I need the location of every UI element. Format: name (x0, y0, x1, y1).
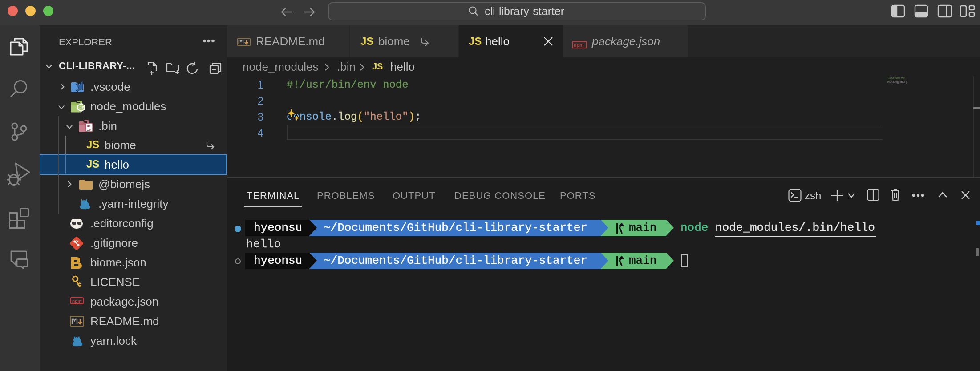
svg-text:npm: npm (72, 299, 81, 304)
svg-text:01: 01 (87, 125, 91, 128)
svg-text:10: 10 (87, 128, 91, 132)
svg-text:#!/usr/bin/env node: #!/usr/bin/env node (887, 77, 905, 80)
svg-text:npm: npm (574, 42, 584, 48)
svg-text:console.log("hello");: console.log("hello"); (887, 80, 908, 84)
svg-text:JS: JS (80, 105, 85, 110)
